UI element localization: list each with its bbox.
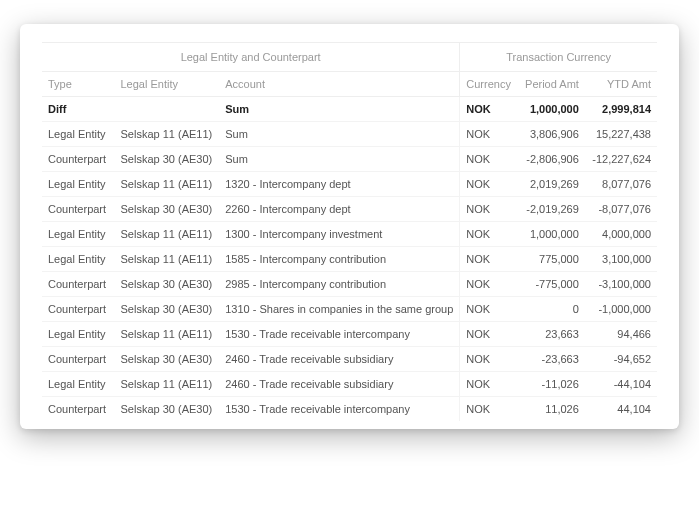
cell-period-amt: -11,026 (517, 372, 585, 397)
cell-period-amt: 1,000,000 (517, 97, 585, 122)
cell-type: Counterpart (42, 347, 114, 372)
cell-account: Sum (219, 97, 460, 122)
cell-currency: NOK (460, 272, 517, 297)
cell-account: 1585 - Intercompany contribution (219, 247, 460, 272)
cell-legal-entity: Selskap 30 (AE30) (114, 397, 219, 422)
cell-account: 1300 - Intercompany investment (219, 222, 460, 247)
cell-type: Legal Entity (42, 247, 114, 272)
cell-period-amt: 0 (517, 297, 585, 322)
cell-type: Counterpart (42, 197, 114, 222)
table-row[interactable]: CounterpartSelskap 30 (AE30)2260 - Inter… (42, 197, 657, 222)
cell-period-amt: -2,806,906 (517, 147, 585, 172)
cell-legal-entity: Selskap 11 (AE11) (114, 322, 219, 347)
table-row[interactable]: DiffSumNOK1,000,0002,999,814 (42, 97, 657, 122)
cell-legal-entity: Selskap 11 (AE11) (114, 122, 219, 147)
cell-period-amt: -23,663 (517, 347, 585, 372)
cell-legal-entity: Selskap 30 (AE30) (114, 347, 219, 372)
cell-legal-entity: Selskap 11 (AE11) (114, 172, 219, 197)
cell-type: Counterpart (42, 147, 114, 172)
cell-currency: NOK (460, 397, 517, 422)
cell-type: Counterpart (42, 297, 114, 322)
cell-period-amt: 2,019,269 (517, 172, 585, 197)
cell-account: 1530 - Trade receivable intercompany (219, 397, 460, 422)
table-row[interactable]: CounterpartSelskap 30 (AE30)SumNOK-2,806… (42, 147, 657, 172)
col-period-amt[interactable]: Period Amt (517, 72, 585, 97)
col-type[interactable]: Type (42, 72, 114, 97)
cell-currency: NOK (460, 197, 517, 222)
cell-ytd-amt: -44,104 (585, 372, 657, 397)
table-row[interactable]: CounterpartSelskap 30 (AE30)2985 - Inter… (42, 272, 657, 297)
cell-ytd-amt: 2,999,814 (585, 97, 657, 122)
cell-ytd-amt: -8,077,076 (585, 197, 657, 222)
table-row[interactable]: Legal EntitySelskap 11 (AE11)1530 - Trad… (42, 322, 657, 347)
cell-type: Legal Entity (42, 122, 114, 147)
cell-ytd-amt: 3,100,000 (585, 247, 657, 272)
table-row[interactable]: CounterpartSelskap 30 (AE30)2460 - Trade… (42, 347, 657, 372)
cell-account: 1320 - Intercompany dept (219, 172, 460, 197)
cell-ytd-amt: 94,466 (585, 322, 657, 347)
cell-type: Legal Entity (42, 322, 114, 347)
cell-legal-entity: Selskap 11 (AE11) (114, 222, 219, 247)
cell-ytd-amt: -1,000,000 (585, 297, 657, 322)
cell-type: Counterpart (42, 397, 114, 422)
cell-account: 2460 - Trade receivable subsidiary (219, 347, 460, 372)
cell-period-amt: 775,000 (517, 247, 585, 272)
cell-account: Sum (219, 147, 460, 172)
col-account[interactable]: Account (219, 72, 460, 97)
cell-account: 2985 - Intercompany contribution (219, 272, 460, 297)
cell-period-amt: -2,019,269 (517, 197, 585, 222)
cell-legal-entity: Selskap 30 (AE30) (114, 197, 219, 222)
cell-period-amt: 11,026 (517, 397, 585, 422)
cell-legal-entity: Selskap 11 (AE11) (114, 372, 219, 397)
cell-ytd-amt: -3,100,000 (585, 272, 657, 297)
cell-currency: NOK (460, 322, 517, 347)
cell-account: 1530 - Trade receivable intercompany (219, 322, 460, 347)
col-currency[interactable]: Currency (460, 72, 517, 97)
cell-currency: NOK (460, 347, 517, 372)
cell-currency: NOK (460, 147, 517, 172)
cell-currency: NOK (460, 122, 517, 147)
cell-ytd-amt: 15,227,438 (585, 122, 657, 147)
cell-currency: NOK (460, 297, 517, 322)
cell-ytd-amt: 4,000,000 (585, 222, 657, 247)
cell-period-amt: 3,806,906 (517, 122, 585, 147)
cell-currency: NOK (460, 222, 517, 247)
cell-ytd-amt: -94,652 (585, 347, 657, 372)
cell-account: 1310 - Shares in companies in the same g… (219, 297, 460, 322)
table-row[interactable]: Legal EntitySelskap 11 (AE11)2460 - Trad… (42, 372, 657, 397)
group-header-left: Legal Entity and Counterpart (42, 43, 460, 72)
cell-currency: NOK (460, 372, 517, 397)
table-row[interactable]: CounterpartSelskap 30 (AE30)1310 - Share… (42, 297, 657, 322)
cell-period-amt: 23,663 (517, 322, 585, 347)
cell-legal-entity: Selskap 30 (AE30) (114, 272, 219, 297)
cell-currency: NOK (460, 172, 517, 197)
cell-ytd-amt: 44,104 (585, 397, 657, 422)
cell-legal-entity: Selskap 30 (AE30) (114, 297, 219, 322)
cell-legal-entity: Selskap 30 (AE30) (114, 147, 219, 172)
cell-account: 2460 - Trade receivable subsidiary (219, 372, 460, 397)
cell-ytd-amt: -12,227,624 (585, 147, 657, 172)
table-row[interactable]: Legal EntitySelskap 11 (AE11)1320 - Inte… (42, 172, 657, 197)
col-ytd-amt[interactable]: YTD Amt (585, 72, 657, 97)
group-header-right: Transaction Currency (460, 43, 657, 72)
cell-period-amt: 1,000,000 (517, 222, 585, 247)
cell-ytd-amt: 8,077,076 (585, 172, 657, 197)
cell-legal-entity (114, 97, 219, 122)
table-row[interactable]: Legal EntitySelskap 11 (AE11)1300 - Inte… (42, 222, 657, 247)
cell-type: Legal Entity (42, 222, 114, 247)
cell-legal-entity: Selskap 11 (AE11) (114, 247, 219, 272)
cell-account: Sum (219, 122, 460, 147)
cell-period-amt: -775,000 (517, 272, 585, 297)
table-row[interactable]: Legal EntitySelskap 11 (AE11)1585 - Inte… (42, 247, 657, 272)
report-card: Legal Entity and Counterpart Transaction… (20, 24, 679, 429)
cell-type: Legal Entity (42, 172, 114, 197)
cell-type: Counterpart (42, 272, 114, 297)
col-legal-entity[interactable]: Legal Entity (114, 72, 219, 97)
cell-type: Legal Entity (42, 372, 114, 397)
table-row[interactable]: CounterpartSelskap 30 (AE30)1530 - Trade… (42, 397, 657, 422)
cell-currency: NOK (460, 247, 517, 272)
cell-account: 2260 - Intercompany dept (219, 197, 460, 222)
table-row[interactable]: Legal EntitySelskap 11 (AE11)SumNOK3,806… (42, 122, 657, 147)
intercompany-table: Legal Entity and Counterpart Transaction… (42, 42, 657, 421)
cell-currency: NOK (460, 97, 517, 122)
